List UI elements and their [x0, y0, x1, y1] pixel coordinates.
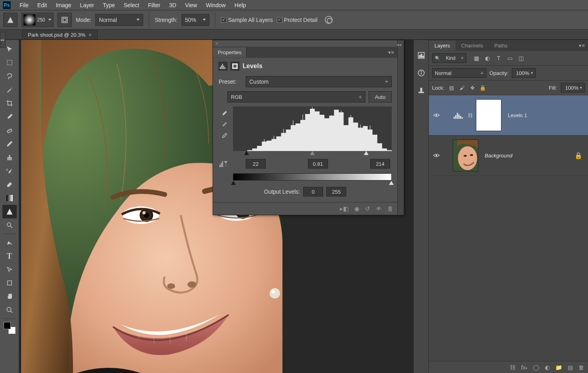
tab-properties[interactable]: Properties: [213, 47, 247, 57]
properties-scrollbar[interactable]: [397, 40, 404, 215]
filter-kind-dropdown[interactable]: 🔍Kind÷: [432, 53, 466, 63]
histogram[interactable]: [233, 106, 392, 151]
adjustments-panel-icon[interactable]: [416, 85, 426, 96]
input-white-value[interactable]: 214: [370, 159, 390, 169]
layer-row[interactable]: ⛓ Levels 1: [429, 95, 588, 135]
mask-mode-icon[interactable]: [231, 62, 239, 71]
output-gradient[interactable]: [233, 173, 392, 181]
input-slider-track[interactable]: [233, 151, 392, 157]
new-layer-button[interactable]: ▤: [568, 364, 573, 371]
layer-name[interactable]: Background: [485, 153, 512, 159]
left-edge-expander[interactable]: ▸▸: [0, 32, 6, 48]
lock-all-icon[interactable]: 🔒: [479, 84, 486, 91]
filter-pixel-icon[interactable]: ▦: [473, 55, 480, 62]
type-tool[interactable]: T: [2, 249, 17, 263]
lock-pixels-icon[interactable]: 🖌: [459, 84, 465, 91]
mode-dropdown[interactable]: Normal: [95, 14, 143, 26]
panel-menu-icon[interactable]: ▾≡: [576, 43, 588, 49]
layer-mask-thumb[interactable]: [476, 99, 501, 131]
sharpen-tool[interactable]: [2, 205, 17, 218]
menu-file[interactable]: File: [15, 0, 33, 10]
fx-button[interactable]: fx▾: [521, 364, 527, 371]
white-point-slider[interactable]: [364, 151, 369, 155]
black-point-slider[interactable]: [244, 151, 249, 155]
layer-name[interactable]: Levels 1: [508, 112, 527, 118]
gradient-tool[interactable]: [2, 191, 17, 205]
zoom-tool[interactable]: [2, 303, 17, 317]
tab-layers[interactable]: Layers: [429, 41, 456, 51]
menu-filter[interactable]: Filter: [144, 0, 165, 10]
tool-preset-picker[interactable]: [3, 13, 18, 27]
delete-layer-button[interactable]: 🗑: [578, 364, 584, 371]
filter-shape-icon[interactable]: ▭: [506, 55, 513, 62]
path-select-tool[interactable]: [2, 263, 17, 276]
menu-3d[interactable]: 3D: [165, 0, 181, 10]
magic-wand-tool[interactable]: [2, 83, 17, 96]
stamp-tool[interactable]: [2, 151, 17, 164]
lock-transparency-icon[interactable]: ▨: [448, 84, 455, 91]
visibility-toggle[interactable]: [432, 153, 441, 158]
shape-tool[interactable]: [2, 276, 17, 290]
marquee-tool[interactable]: [2, 56, 17, 69]
layer-row[interactable]: Background 🔒: [429, 135, 588, 176]
close-icon[interactable]: ×: [89, 32, 92, 38]
opacity-input[interactable]: 100%▾: [512, 68, 536, 78]
lock-position-icon[interactable]: ✥: [469, 84, 476, 91]
brush-tool[interactable]: [2, 137, 17, 151]
dodge-tool[interactable]: [2, 218, 17, 232]
protect-detail-checkbox[interactable]: ✓Protect Detail: [277, 17, 318, 23]
fill-input[interactable]: 100%▾: [561, 83, 585, 92]
menu-window[interactable]: Window: [201, 0, 230, 10]
reset-button[interactable]: ↺: [365, 205, 370, 212]
output-black-slider[interactable]: [231, 181, 236, 185]
visibility-toggle[interactable]: [432, 113, 441, 118]
output-black-value[interactable]: 0: [303, 187, 323, 196]
lasso-tool[interactable]: [2, 69, 17, 83]
tab-paths[interactable]: Paths: [489, 41, 513, 51]
histogram-panel-icon[interactable]: [416, 50, 426, 61]
strength-dropdown[interactable]: 50%: [182, 14, 209, 26]
filter-adjustment-icon[interactable]: ◐: [484, 55, 491, 62]
toggle-visibility-button[interactable]: 👁: [376, 205, 382, 212]
auto-button[interactable]: Auto: [369, 91, 392, 102]
hand-tool[interactable]: [2, 290, 17, 303]
document-tab[interactable]: Park shoot.psd @ 20.3% ×: [22, 30, 98, 39]
pressure-size-toggle[interactable]: [322, 13, 336, 27]
white-point-eyedropper[interactable]: [220, 132, 228, 140]
menu-image[interactable]: Image: [51, 0, 76, 10]
history-brush-tool[interactable]: [2, 164, 17, 178]
mask-link-icon[interactable]: ⛓: [466, 112, 474, 118]
link-layers-button[interactable]: ⛓: [510, 364, 515, 371]
panel-close-icon[interactable]: ×: [215, 41, 218, 46]
new-adjustment-button[interactable]: ◐: [545, 364, 550, 371]
tab-channels[interactable]: Channels: [456, 41, 489, 51]
view-previous-button[interactable]: ◉: [354, 205, 359, 212]
filter-smart-icon[interactable]: ◫: [517, 55, 525, 62]
crop-tool[interactable]: [2, 96, 17, 110]
output-white-slider[interactable]: [389, 181, 394, 185]
delete-adjustment-button[interactable]: 🗑: [387, 205, 393, 212]
healing-tool[interactable]: [2, 124, 17, 137]
new-group-button[interactable]: 📁: [555, 364, 562, 371]
input-gamma-value[interactable]: 0.81: [308, 159, 328, 169]
gray-point-eyedropper[interactable]: [220, 121, 228, 129]
clip-warning-icon[interactable]: !: [219, 159, 228, 169]
filter-type-icon[interactable]: T: [495, 55, 502, 62]
menu-edit[interactable]: Edit: [33, 0, 51, 10]
preset-dropdown[interactable]: Custom÷: [246, 76, 392, 87]
gamma-slider[interactable]: [310, 151, 315, 155]
channel-dropdown[interactable]: RGB÷: [227, 91, 365, 102]
menu-view[interactable]: View: [181, 0, 201, 10]
info-panel-icon[interactable]: [416, 68, 426, 78]
eraser-tool[interactable]: [2, 178, 17, 191]
black-point-eyedropper[interactable]: [220, 110, 228, 118]
menu-help[interactable]: Help: [230, 0, 251, 10]
panel-collapse-icon[interactable]: ◂◂: [397, 42, 401, 47]
color-swatches[interactable]: [4, 322, 16, 334]
panel-menu-icon[interactable]: ▾≡: [385, 49, 397, 55]
pen-tool[interactable]: [2, 236, 17, 249]
eyedropper-tool[interactable]: [2, 110, 17, 124]
clip-to-layer-button[interactable]: ▸◧: [340, 205, 349, 212]
input-black-value[interactable]: 22: [246, 159, 266, 169]
add-mask-button[interactable]: ◯: [533, 364, 539, 371]
